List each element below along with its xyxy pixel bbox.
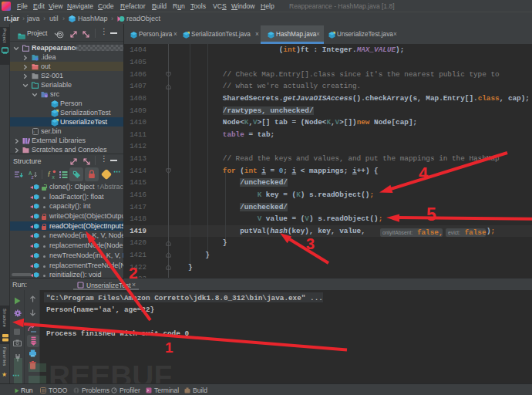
svg-text:x: x <box>52 174 56 180</box>
svg-text:ι: ι <box>34 129 35 133</box>
svg-text:z: z <box>32 174 34 180</box>
svg-text:f: f <box>48 170 51 178</box>
